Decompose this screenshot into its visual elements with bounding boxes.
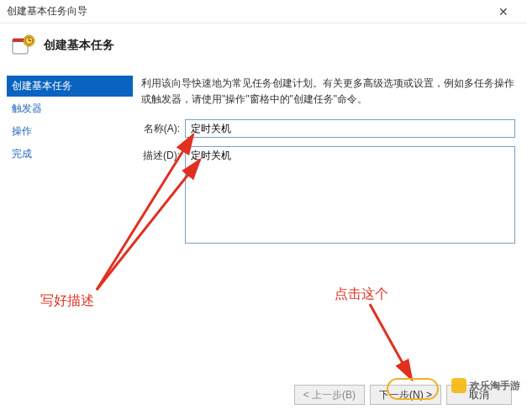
close-button[interactable]: ✕ <box>487 0 520 24</box>
description-label: 描述(D): <box>141 146 185 163</box>
description-row: 描述(D): <box>141 146 515 244</box>
watermark: 欢乐淘手游 <box>451 378 520 393</box>
back-button[interactable]: < 上一步(B) <box>294 385 365 405</box>
name-input[interactable] <box>185 119 515 138</box>
wizard-icon <box>12 34 35 57</box>
intro-text: 利用该向导快速地为常见任务创建计划。有关更多高级选项或设置，例如多任务操作或触发… <box>141 76 515 108</box>
sidebar-step-create[interactable]: 创建基本任务 <box>7 76 133 97</box>
sidebar-step-finish[interactable]: 完成 <box>7 144 133 165</box>
sidebar-step-action[interactable]: 操作 <box>7 121 133 142</box>
description-textarea[interactable] <box>185 146 515 244</box>
sidebar-step-trigger[interactable]: 触发器 <box>7 98 133 119</box>
wizard-sidebar: 创建基本任务 触发器 操作 完成 <box>0 72 133 358</box>
wizard-main: 利用该向导快速地为常见任务创建计划。有关更多高级选项或设置，例如多任务操作或触发… <box>133 72 527 358</box>
window-title: 创建基本任务向导 <box>7 4 487 18</box>
wizard-content: 创建基本任务 触发器 操作 完成 利用该向导快速地为常见任务创建计划。有关更多高… <box>0 72 527 358</box>
watermark-text: 欢乐淘手游 <box>470 379 520 393</box>
next-button[interactable]: 下一步(N) > <box>370 385 441 405</box>
watermark-icon <box>451 378 466 393</box>
wizard-header: 创建基本任务 <box>0 24 527 72</box>
titlebar: 创建基本任务向导 ✕ <box>0 0 527 24</box>
name-label: 名称(A): <box>141 119 185 136</box>
name-row: 名称(A): <box>141 119 515 138</box>
close-icon: ✕ <box>498 5 509 18</box>
wizard-heading: 创建基本任务 <box>44 38 114 53</box>
